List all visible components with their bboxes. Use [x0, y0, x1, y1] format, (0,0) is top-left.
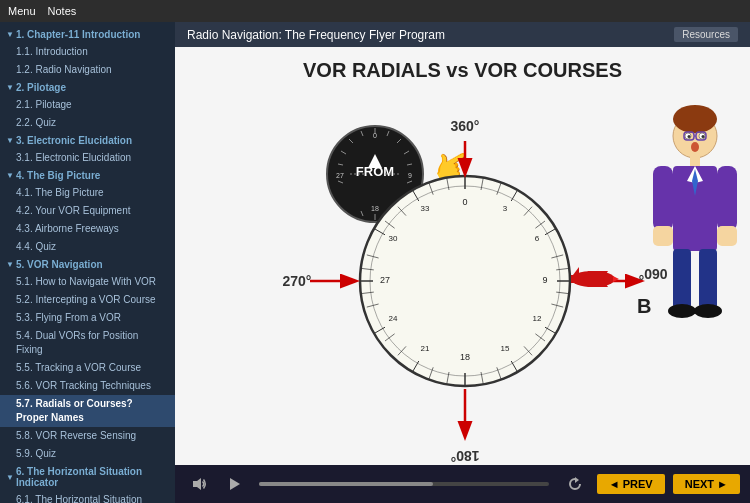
volume-button[interactable] — [185, 474, 213, 494]
menu-bar: Menu Notes — [0, 0, 750, 22]
svg-text:6: 6 — [535, 234, 540, 243]
svg-marker-115 — [193, 478, 201, 490]
sidebar-item[interactable]: 6.1. The Horizontal Situation Indicator … — [0, 491, 175, 503]
progress-bar[interactable] — [259, 482, 549, 486]
sidebar: ▼ 1. Chapter-11 Introduction1.1. Introdu… — [0, 22, 175, 503]
menu-button[interactable]: Menu — [8, 5, 36, 17]
sidebar-item[interactable]: 5.2. Intercepting a VOR Course — [0, 291, 175, 309]
notes-button[interactable]: Notes — [48, 5, 77, 17]
playback-controls: ◄ PREV NEXT ► — [175, 465, 750, 503]
chapter-header[interactable]: ▼ 3. Electronic Elucidation — [0, 132, 175, 149]
svg-text:270°: 270° — [283, 273, 312, 289]
resources-button[interactable]: Resources — [674, 27, 738, 42]
svg-point-114 — [694, 304, 722, 318]
chapter-group: ▼ 4. The Big Picture4.1. The Big Picture… — [0, 167, 175, 256]
sidebar-item[interactable]: 5.1. How to Navigate With VOR — [0, 273, 175, 291]
svg-text:15: 15 — [501, 344, 510, 353]
svg-text:3: 3 — [503, 204, 508, 213]
sidebar-item[interactable]: 5.5. Tracking a VOR Course — [0, 359, 175, 377]
sidebar-item[interactable]: 2.1. Pilotage — [0, 96, 175, 114]
svg-text:21: 21 — [421, 344, 430, 353]
svg-marker-116 — [230, 478, 240, 490]
svg-text:30: 30 — [389, 234, 398, 243]
sidebar-item[interactable]: 5.9. Quiz — [0, 445, 175, 463]
chapter-group: ▼ 1. Chapter-11 Introduction1.1. Introdu… — [0, 26, 175, 79]
sidebar-item[interactable]: 5.6. VOR Tracking Techniques — [0, 377, 175, 395]
svg-point-102 — [691, 142, 699, 152]
chapter-header[interactable]: ▼ 5. VOR Navigation — [0, 256, 175, 273]
svg-point-97 — [688, 135, 691, 138]
svg-rect-103 — [690, 156, 700, 166]
svg-text:12: 12 — [533, 314, 542, 323]
sidebar-item[interactable]: 4.3. Airborne Freeways — [0, 220, 175, 238]
chapter-header[interactable]: ▼ 1. Chapter-11 Introduction — [0, 26, 175, 43]
slide-title: Radio Navigation: The Frequency Flyer Pr… — [187, 28, 445, 42]
svg-text:360°: 360° — [451, 118, 480, 134]
svg-text:0: 0 — [462, 197, 467, 207]
chapter-group: ▼ 2. Pilotage2.1. Pilotage2.2. Quiz — [0, 79, 175, 132]
svg-text:18: 18 — [460, 352, 470, 362]
svg-text:180°: 180° — [451, 448, 480, 464]
sidebar-item[interactable]: 5.7. Radials or Courses? Proper Names — [0, 395, 175, 427]
sidebar-item[interactable]: 4.4. Quiz — [0, 238, 175, 256]
sidebar-item[interactable]: 4.2. Your VOR Equipment — [0, 202, 175, 220]
svg-text:27: 27 — [380, 275, 390, 285]
sidebar-item[interactable]: 5.8. VOR Reverse Sensing — [0, 427, 175, 445]
svg-rect-108 — [653, 226, 673, 246]
svg-marker-117 — [575, 477, 579, 483]
svg-text:9: 9 — [542, 275, 547, 285]
chapter-group: ▼ 6. The Horizontal Situation Indicator6… — [0, 463, 175, 503]
svg-text:24: 24 — [389, 314, 398, 323]
svg-text:060°: 060° — [639, 266, 668, 282]
sidebar-item[interactable]: 4.1. The Big Picture — [0, 184, 175, 202]
svg-rect-107 — [653, 166, 673, 231]
svg-point-94 — [673, 105, 717, 133]
sidebar-item[interactable]: 3.1. Electronic Elucidation — [0, 149, 175, 167]
svg-rect-109 — [717, 166, 737, 231]
chapter-header[interactable]: ▼ 4. The Big Picture — [0, 167, 175, 184]
sidebar-item[interactable]: 1.2. Radio Navigation — [0, 61, 175, 79]
svg-text:9: 9 — [408, 172, 412, 179]
svg-rect-112 — [699, 249, 717, 309]
sidebar-item[interactable]: 5.3. Flying From a VOR — [0, 309, 175, 327]
sidebar-item[interactable]: 1.1. Introduction — [0, 43, 175, 61]
sidebar-item[interactable]: 5.4. Dual VORs for Position Fixing — [0, 327, 175, 359]
vor-diagram: VOR RADIALS vs VOR COURSES — [175, 47, 750, 465]
content-area: Radio Navigation: The Frequency Flyer Pr… — [175, 22, 750, 503]
play-button[interactable] — [221, 475, 247, 493]
svg-text:27: 27 — [336, 172, 344, 179]
chapter-group: ▼ 3. Electronic Elucidation3.1. Electron… — [0, 132, 175, 167]
svg-text:B: B — [637, 295, 651, 317]
prev-button[interactable]: ◄ PREV — [597, 474, 665, 494]
svg-rect-110 — [717, 226, 737, 246]
svg-rect-111 — [673, 249, 691, 309]
replay-button[interactable] — [561, 474, 589, 494]
progress-fill — [259, 482, 433, 486]
content-header: Radio Navigation: The Frequency Flyer Pr… — [175, 22, 750, 47]
chapter-header[interactable]: ▼ 6. The Horizontal Situation Indicator — [0, 463, 175, 491]
chapter-header[interactable]: ▼ 2. Pilotage — [0, 79, 175, 96]
chapter-group: ▼ 5. VOR Navigation5.1. How to Navigate … — [0, 256, 175, 463]
next-button[interactable]: NEXT ► — [673, 474, 740, 494]
slide-area: VOR RADIALS vs VOR COURSES — [175, 47, 750, 465]
svg-point-98 — [702, 135, 705, 138]
svg-point-113 — [668, 304, 696, 318]
svg-marker-90 — [573, 267, 579, 275]
svg-text:18: 18 — [371, 205, 379, 212]
sidebar-item[interactable]: 2.2. Quiz — [0, 114, 175, 132]
svg-text:33: 33 — [421, 204, 430, 213]
